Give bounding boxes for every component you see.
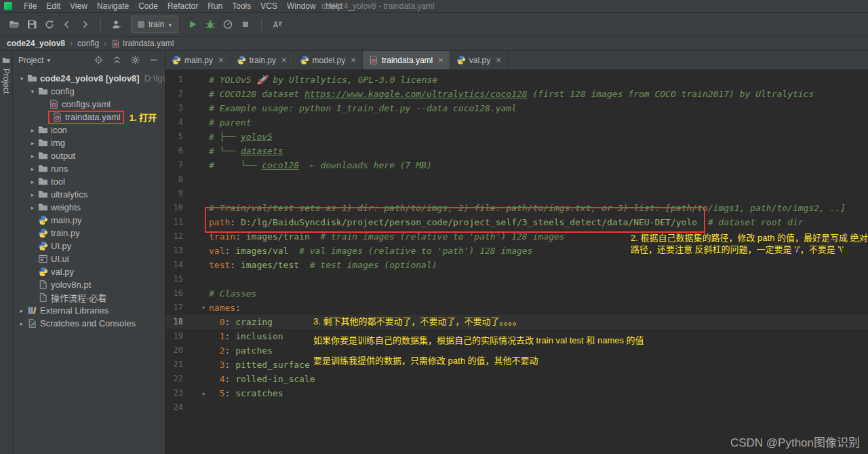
tree-item-scratches-and-consoles[interactable]: ▸Scratches and Consoles — [13, 317, 165, 330]
editor-line[interactable]: 8 — [165, 172, 868, 187]
gutter[interactable] — [183, 87, 209, 101]
gutter[interactable] — [183, 201, 209, 215]
gutter[interactable] — [183, 115, 209, 130]
tree-item-yolov8n-pt[interactable]: yolov8n.pt — [13, 278, 165, 291]
menu-refactor[interactable]: Refactor — [163, 0, 203, 12]
collapse-all-icon[interactable] — [111, 54, 123, 67]
save-button[interactable] — [23, 16, 41, 33]
gutter[interactable] — [183, 286, 209, 301]
tree-collapsed-arrow-icon[interactable]: ▸ — [28, 140, 37, 147]
menu-tools[interactable]: Tools — [227, 0, 256, 12]
tab-traindata-yaml[interactable]: traindata.yaml× — [363, 51, 450, 69]
editor-line[interactable]: 23▴ 5: scratches — [165, 386, 868, 400]
tree-collapsed-arrow-icon[interactable]: ▸ — [28, 191, 37, 198]
menu-view[interactable]: View — [65, 0, 92, 12]
gutter[interactable] — [183, 187, 209, 201]
gutter[interactable] — [183, 215, 209, 229]
tree-collapsed-arrow-icon[interactable]: ▸ — [17, 320, 26, 327]
tree-item-external-libraries[interactable]: ▸External Libraries — [13, 304, 165, 317]
close-icon[interactable]: × — [218, 55, 224, 65]
breadcrumb-traindata-yaml[interactable]: traindata.yaml — [111, 39, 174, 48]
gutter[interactable]: ▴ — [183, 386, 209, 400]
editor-line[interactable]: 16# Classes — [165, 286, 868, 301]
gutter[interactable] — [183, 258, 209, 272]
menu-file[interactable]: File — [19, 0, 41, 12]
close-icon[interactable]: × — [496, 55, 501, 65]
tree-item-config[interactable]: ▾config — [13, 85, 165, 98]
tree-item-ultralytics[interactable]: ▸ultralytics — [13, 188, 165, 201]
run-button[interactable] — [184, 16, 201, 33]
tree-item-runs[interactable]: ▸runs — [13, 162, 165, 175]
tree-item-configs-yaml[interactable]: configs.yaml — [13, 98, 165, 111]
tab-train-py[interactable]: train.py× — [231, 51, 294, 69]
tree-item-tool[interactable]: ▸tool — [13, 175, 165, 188]
project-panel-title[interactable]: Project — [18, 56, 43, 65]
tree-item-icon[interactable]: ▸icon — [13, 124, 165, 136]
close-icon[interactable]: × — [351, 55, 356, 65]
close-icon[interactable]: × — [281, 55, 287, 65]
back-button[interactable] — [58, 16, 76, 33]
editor-line[interactable]: 5# ├── yolov5 — [165, 130, 868, 144]
fold-close-icon[interactable]: ▴ — [202, 386, 205, 400]
tree-item-img[interactable]: ▸img — [13, 136, 165, 149]
menu-window[interactable]: Window — [282, 0, 321, 12]
tree-collapsed-arrow-icon[interactable]: ▸ — [28, 204, 37, 211]
tree-collapsed-arrow-icon[interactable]: ▸ — [28, 178, 37, 185]
gutter[interactable] — [183, 144, 209, 158]
tree-expanded-arrow-icon[interactable]: ▾ — [28, 88, 37, 95]
project-stripe-button[interactable]: Project — [1, 69, 11, 94]
debug-button[interactable] — [201, 16, 219, 33]
gutter[interactable] — [183, 73, 209, 87]
tree-item-val-py[interactable]: val.py — [13, 265, 165, 278]
tree-item-weights[interactable]: ▸weights — [13, 201, 165, 214]
editor-line[interactable]: 3# Example usage: python 1_train_det.py … — [165, 101, 868, 115]
editor-line[interactable]: 2# COCO128 dataset https://www.kaggle.co… — [165, 87, 868, 101]
profile-button[interactable] — [219, 16, 237, 33]
gutter[interactable] — [183, 343, 209, 358]
editor-line[interactable]: 10# Train/val/test sets as 1) dir: path/… — [165, 201, 868, 215]
tree-collapsed-arrow-icon[interactable]: ▸ — [28, 166, 37, 172]
editor-line[interactable]: 24 — [165, 400, 868, 415]
app-logo-icon[interactable] — [4, 2, 12, 10]
menu-edit[interactable]: Edit — [41, 0, 65, 12]
gutter[interactable] — [183, 158, 209, 172]
tree-expanded-arrow-icon[interactable]: ▾ — [17, 75, 26, 82]
gutter[interactable] — [183, 172, 209, 187]
editor-line[interactable]: 17▾names: — [165, 301, 868, 315]
hide-icon[interactable] — [147, 54, 159, 67]
tree-item-ui-py[interactable]: UI.py — [13, 240, 165, 252]
tree-item-train-py[interactable]: train.py — [13, 227, 165, 240]
editor-line[interactable]: 7# └── coco128 ← downloads here (7 MB) — [165, 158, 868, 172]
editor-line[interactable]: 15 — [165, 272, 868, 286]
tree-collapsed-arrow-icon[interactable]: ▸ — [28, 153, 37, 159]
tree-item-ui-ui[interactable]: UI.ui — [13, 252, 165, 265]
menu-navigate[interactable]: Navigate — [92, 0, 134, 12]
translate-button[interactable] — [269, 16, 286, 33]
tab-model-py[interactable]: model.py× — [294, 51, 363, 69]
tree-collapsed-arrow-icon[interactable]: ▸ — [17, 307, 26, 314]
run-config-select[interactable]: train▾ — [131, 16, 178, 33]
sync-button[interactable] — [41, 16, 58, 33]
tab-val-py[interactable]: val.py× — [450, 51, 508, 69]
gutter[interactable] — [183, 315, 209, 329]
tree-item-cn-doc[interactable]: 操作流程-必看 — [13, 291, 165, 304]
gutter[interactable] — [183, 229, 209, 244]
tree-item-output[interactable]: ▸output — [13, 149, 165, 162]
editor-line[interactable]: 9 — [165, 187, 868, 201]
editor-line[interactable]: 4# parent — [165, 115, 868, 130]
fold-open-icon[interactable]: ▾ — [202, 301, 205, 315]
gutter[interactable] — [183, 272, 209, 286]
tab-main-py[interactable]: main.py× — [165, 51, 231, 69]
editor[interactable]: 1# YOLOv5 🚀 by Ultralytics, GPL-3.0 lice… — [165, 70, 868, 454]
open-button[interactable] — [5, 16, 23, 33]
gutter[interactable] — [183, 130, 209, 144]
menu-vcs[interactable]: VCS — [256, 0, 282, 12]
user-button[interactable] — [108, 16, 125, 33]
tree-collapsed-arrow-icon[interactable]: ▸ — [28, 127, 37, 134]
breadcrumb-config[interactable]: config — [77, 39, 99, 48]
gutter[interactable] — [183, 400, 209, 415]
editor-line[interactable]: 22 4: rolled-in_scale — [165, 372, 868, 386]
gutter[interactable]: ▾ — [183, 301, 209, 315]
tree-item-code24-yolov8-yolov8[interactable]: ▾code24_yolov8 [yolov8]D:\lg\Bai — [13, 72, 165, 85]
gutter[interactable] — [183, 372, 209, 386]
